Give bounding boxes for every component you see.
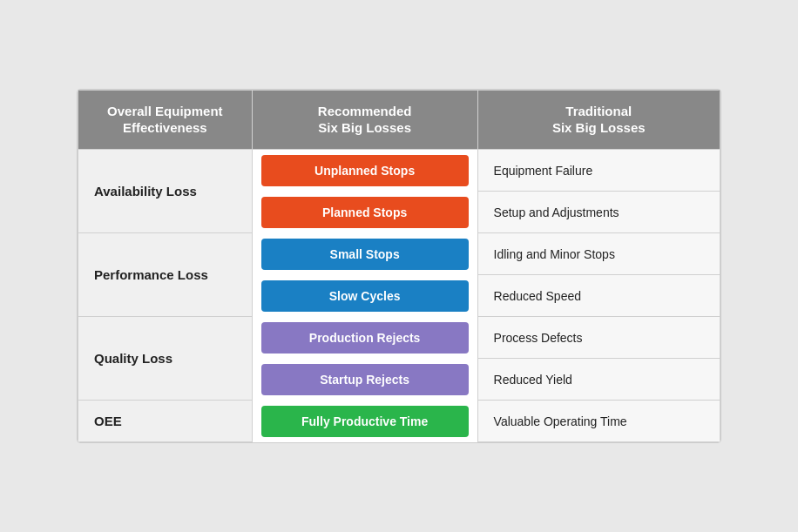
table-row: Performance LossSmall StopsIdling and Mi… [78,233,720,275]
traditional-3-0: Valuable Operating Time [477,401,720,442]
label-cell-2-1: Startup Rejects [252,359,477,401]
label-cell-1-1: Slow Cycles [252,275,477,317]
traditional-0-0: Equipment Failure [477,149,720,192]
table-row: OEEFully Productive TimeValuable Operati… [78,401,720,442]
label-badge-3-0: Fully Productive Time [261,406,469,437]
oee-table: Overall Equipment Effectiveness Recommen… [78,90,720,443]
table-row: Availability LossUnplanned StopsEquipmen… [78,149,720,192]
header-col3: Traditional Six Big Losses [477,90,720,149]
label-badge-0-0: Unplanned Stops [261,155,469,186]
oee-table-container: Overall Equipment Effectiveness Recommen… [77,89,721,444]
category-3: OEE [78,401,253,442]
table-row: Quality LossProduction RejectsProcess De… [78,317,720,359]
label-cell-2-0: Production Rejects [252,317,477,359]
traditional-2-1: Reduced Yield [477,359,720,401]
label-badge-1-0: Small Stops [261,239,469,270]
category-2: Quality Loss [78,317,253,401]
traditional-1-1: Reduced Speed [477,275,720,317]
label-cell-0-1: Planned Stops [252,192,477,233]
category-0: Availability Loss [78,149,253,233]
label-cell-0-0: Unplanned Stops [252,149,477,192]
header-col2: Recommended Six Big Losses [252,90,477,149]
traditional-1-0: Idling and Minor Stops [477,233,720,275]
category-1: Performance Loss [78,233,253,317]
label-cell-1-0: Small Stops [252,233,477,275]
label-badge-2-1: Startup Rejects [261,364,469,395]
label-badge-2-0: Production Rejects [261,322,469,354]
traditional-0-1: Setup and Adjustments [477,192,720,233]
label-badge-1-1: Slow Cycles [261,280,469,312]
header-col1: Overall Equipment Effectiveness [78,90,253,149]
label-cell-3-0: Fully Productive Time [252,401,477,442]
label-badge-0-1: Planned Stops [261,197,469,228]
traditional-2-0: Process Defects [477,317,720,359]
